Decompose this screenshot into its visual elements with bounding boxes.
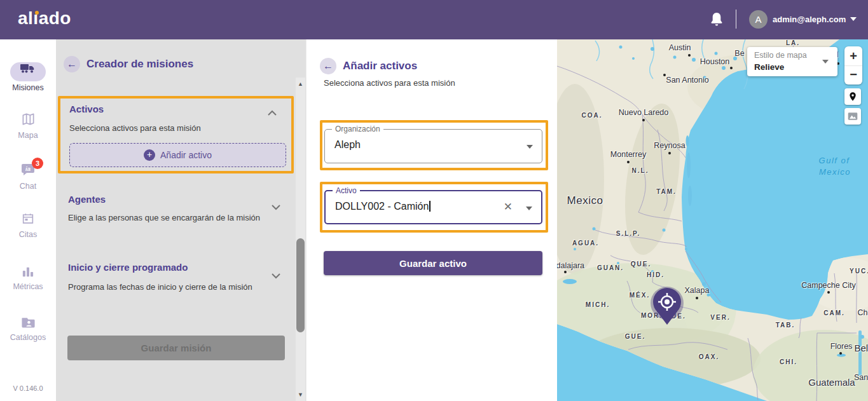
back-button[interactable]: ← xyxy=(64,56,80,72)
map-label: San xyxy=(854,373,868,382)
zoom-out-button[interactable]: − xyxy=(844,65,862,85)
add-assets-title: Añadir activos xyxy=(343,60,417,72)
map-canvas[interactable]: LA.AustinHoustonBerlSan AntonioCOA.Nuevo… xyxy=(557,39,868,401)
map-label: AGUA. xyxy=(572,240,599,247)
save-asset-button[interactable]: Guardar activo xyxy=(324,251,542,275)
map-label: Guatemala xyxy=(808,377,855,388)
chevron-down-icon[interactable] xyxy=(271,270,281,282)
map-label: Campeche City xyxy=(801,281,855,290)
map-city-dot xyxy=(663,74,666,76)
image-icon xyxy=(848,112,858,121)
map-label: LA. xyxy=(786,39,800,46)
map-label: Guadalajara xyxy=(557,261,584,270)
map-label: Nuevo Laredo xyxy=(619,108,669,117)
dropdown-caret-icon[interactable] xyxy=(822,60,829,64)
activos-highlight-box: Activos Selecciona activos para esta mis… xyxy=(58,96,294,173)
chevron-down-icon[interactable] xyxy=(271,201,281,213)
scroll-down-icon[interactable]: ▼ xyxy=(296,391,305,398)
sidebar-item-metricas[interactable]: Métricas xyxy=(0,265,56,291)
map-label: N.L. xyxy=(632,167,649,174)
asset-field-value: DOLLY002 - Camión xyxy=(335,201,431,212)
organization-select[interactable]: Organización Aleph xyxy=(324,129,542,163)
agentes-section-title[interactable]: Agentes xyxy=(68,194,106,205)
map-label: OAX. xyxy=(699,353,719,360)
scrollbar[interactable]: ▲ ▼ xyxy=(296,78,305,401)
map-style-value: Relieve xyxy=(754,62,784,72)
map-label: CAM. xyxy=(823,309,845,316)
save-mission-button[interactable]: Guardar misión xyxy=(67,336,285,360)
map-label: Monterrey xyxy=(610,150,646,159)
activos-section-subtitle: Selecciona activos para esta misión xyxy=(69,123,201,133)
map-label: GUE. xyxy=(625,333,645,340)
map-label: Che xyxy=(858,308,868,317)
map-label: CHI. xyxy=(780,358,797,365)
sidebar-item-citas[interactable]: Citas xyxy=(0,212,56,239)
sidebar-item-mapa[interactable]: Mapa xyxy=(0,112,56,140)
back-arrow-icon: ← xyxy=(67,58,77,69)
sidebar-item-catalogos[interactable]: Catálogos xyxy=(0,316,56,342)
map-label: Mexico xyxy=(567,194,603,207)
back-button[interactable]: ← xyxy=(320,58,336,74)
sidebar-item-chat[interactable]: ia 3 Chat xyxy=(0,162,56,191)
user-menu-caret-icon[interactable] xyxy=(850,17,857,21)
zoom-control: + − xyxy=(844,46,862,85)
dropdown-caret-icon[interactable] xyxy=(527,145,533,149)
map-city-dot xyxy=(696,297,698,299)
organization-field-label: Organización xyxy=(332,125,383,133)
user-email[interactable]: admin@aleph.com xyxy=(773,15,846,24)
map-label: Flores xyxy=(830,342,853,351)
chevron-up-icon[interactable] xyxy=(267,107,277,119)
map-label: TAB. xyxy=(776,322,796,329)
map-label: Houston xyxy=(700,57,730,66)
map-icon xyxy=(21,112,36,129)
app-version: V 0.146.0 xyxy=(0,384,56,392)
imagery-button[interactable] xyxy=(844,108,861,125)
my-location-button[interactable] xyxy=(844,88,861,105)
map-label: QUE. xyxy=(631,261,651,268)
map-city-dot xyxy=(839,352,842,355)
map-label: Be xyxy=(734,49,744,58)
map-city-dot xyxy=(642,119,645,121)
map-label: Austin xyxy=(669,43,691,52)
active-pill xyxy=(10,62,46,81)
sidebar-item-label: Chat xyxy=(0,182,56,191)
map-style-control[interactable]: Estilo de mapa Relieve xyxy=(747,47,837,76)
mission-creator-panel: ← Creador de misiones Activos Selecciona… xyxy=(56,39,306,401)
dropdown-caret-icon[interactable] xyxy=(526,207,532,210)
sidebar-item-misiones[interactable]: Misiones xyxy=(0,62,56,92)
calendar-icon xyxy=(21,212,35,228)
zoom-in-button[interactable]: + xyxy=(844,46,862,65)
map-city-dot xyxy=(827,291,830,294)
inicio-section-title[interactable]: Inicio y cierre programado xyxy=(68,262,188,273)
activos-section-title: Activos xyxy=(69,104,104,114)
chat-unread-badge: 3 xyxy=(32,158,43,169)
map-label: VER. xyxy=(710,314,730,321)
agentes-section-subtitle: Elige a las personas que se encargarán d… xyxy=(68,213,260,222)
map-label: Reynosa xyxy=(654,141,685,150)
text-cursor xyxy=(429,201,431,212)
map-city-dot xyxy=(627,161,630,163)
map-label: TAM. xyxy=(656,188,677,195)
scroll-up-icon[interactable]: ▲ xyxy=(296,81,305,87)
map-label: MICH. xyxy=(586,301,610,308)
add-asset-button[interactable]: + Añadir activo xyxy=(69,143,286,167)
header-divider xyxy=(736,10,736,29)
map-label: YUC. xyxy=(850,268,868,275)
map-label: Mexico xyxy=(819,167,851,177)
sidebar-nav: Misiones Mapa ia 3 Chat Citas Métricas C… xyxy=(0,39,56,401)
bar-chart-icon xyxy=(21,265,35,280)
asset-input[interactable]: Activo DOLLY002 - Camión ✕ xyxy=(324,190,542,224)
add-assets-panel: ← Añadir activos Selecciona activos para… xyxy=(306,39,557,401)
asset-location-marker[interactable] xyxy=(645,276,689,330)
map-label: Beli xyxy=(854,343,868,353)
map-label: S.L.P. xyxy=(616,230,641,237)
avatar[interactable]: A xyxy=(749,10,768,29)
chat-ia-icon: ia 3 xyxy=(20,162,36,180)
scrollbar-thumb[interactable] xyxy=(296,238,305,332)
folder-user-icon xyxy=(21,316,36,331)
notifications-button[interactable] xyxy=(708,11,726,29)
map-label: San Antonio xyxy=(666,76,708,85)
clear-icon[interactable]: ✕ xyxy=(504,200,513,214)
app-header: alıado A admin@aleph.com xyxy=(0,0,868,39)
inicio-section-subtitle: Programa las fechas de inicio y cierre d… xyxy=(68,282,252,292)
